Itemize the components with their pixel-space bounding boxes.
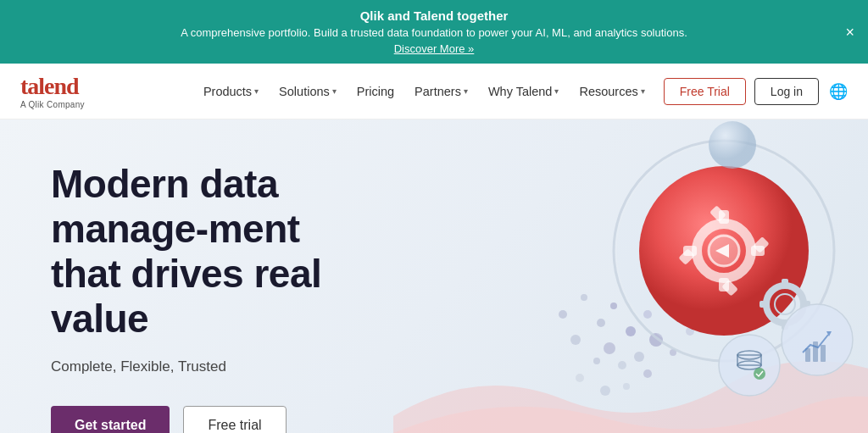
svg-point-4 — [610, 303, 617, 309]
chevron-down-icon: ▾ — [554, 86, 559, 96]
free-trial-cta-button[interactable]: Free trial — [183, 406, 286, 433]
svg-point-37 — [709, 121, 756, 169]
nav-label-products: Products — [203, 85, 252, 98]
chevron-down-icon: ▾ — [464, 86, 468, 96]
nav-item-products[interactable]: Products ▾ — [195, 78, 267, 105]
main-nav: talend A Qlik Company Products ▾ Solutio… — [0, 64, 868, 119]
banner-close-button[interactable]: × — [845, 25, 854, 40]
nav-item-solutions[interactable]: Solutions ▾ — [270, 78, 345, 105]
nav-item-pricing[interactable]: Pricing — [348, 78, 403, 105]
banner-subtitle: A comprehensive portfolio. Build a trust… — [34, 26, 834, 39]
svg-point-47 — [754, 368, 765, 380]
nav-item-why-talend[interactable]: Why Talend ▾ — [480, 78, 568, 105]
svg-point-9 — [634, 352, 644, 362]
svg-rect-40 — [813, 341, 818, 362]
nav-label-resources: Resources — [579, 85, 637, 98]
svg-point-14 — [623, 383, 630, 390]
svg-point-6 — [626, 326, 636, 336]
language-selector-button[interactable]: 🌐 — [829, 82, 848, 101]
svg-point-2 — [570, 335, 581, 345]
login-button[interactable]: Log in — [754, 78, 819, 105]
hero-illustration — [393, 119, 868, 433]
hero-subtitle: Complete, Flexible, Trusted — [51, 358, 356, 375]
hero-buttons: Get started Free trial — [51, 406, 356, 433]
svg-point-3 — [597, 319, 605, 327]
nav-label-solutions: Solutions — [279, 85, 330, 98]
globe-icon: 🌐 — [829, 82, 848, 101]
banner-discover-link[interactable]: Discover More » — [394, 42, 475, 55]
svg-rect-41 — [821, 345, 826, 362]
banner-title: Qlik and Talend together — [34, 8, 834, 23]
hero-content: Modern data manage-ment that drives real… — [0, 119, 407, 433]
chevron-down-icon: ▾ — [332, 86, 337, 96]
hero-title: Modern data manage-ment that drives real… — [51, 162, 356, 341]
svg-point-0 — [559, 310, 567, 319]
nav-item-resources[interactable]: Resources ▾ — [570, 78, 653, 105]
logo-sub: A Qlik Company — [20, 100, 85, 109]
svg-point-38 — [782, 304, 853, 375]
logo[interactable]: talend A Qlik Company — [20, 73, 85, 109]
nav-item-partners[interactable]: Partners ▾ — [406, 78, 476, 105]
svg-rect-36 — [760, 301, 768, 308]
svg-point-15 — [643, 369, 652, 378]
nav-label-why-talend: Why Talend — [488, 85, 553, 98]
svg-point-5 — [604, 342, 615, 354]
nav-links: Products ▾ Solutions ▾ Pricing Partners … — [195, 78, 848, 105]
logo-text: talend — [20, 73, 85, 100]
hero-section: Modern data manage-ment that drives real… — [0, 119, 868, 433]
svg-point-13 — [600, 386, 610, 396]
nav-label-pricing: Pricing — [357, 85, 394, 98]
svg-rect-33 — [782, 279, 788, 287]
get-started-button[interactable]: Get started — [51, 406, 170, 433]
free-trial-button[interactable]: Free Trial — [664, 78, 746, 105]
svg-point-10 — [618, 361, 626, 369]
svg-point-1 — [581, 294, 587, 301]
nav-label-partners: Partners — [415, 85, 461, 98]
announcement-banner: Qlik and Talend together A comprehensive… — [0, 0, 868, 64]
chevron-down-icon: ▾ — [641, 86, 645, 96]
svg-point-12 — [576, 374, 584, 382]
svg-point-11 — [593, 358, 600, 364]
chevron-down-icon: ▾ — [254, 86, 259, 96]
